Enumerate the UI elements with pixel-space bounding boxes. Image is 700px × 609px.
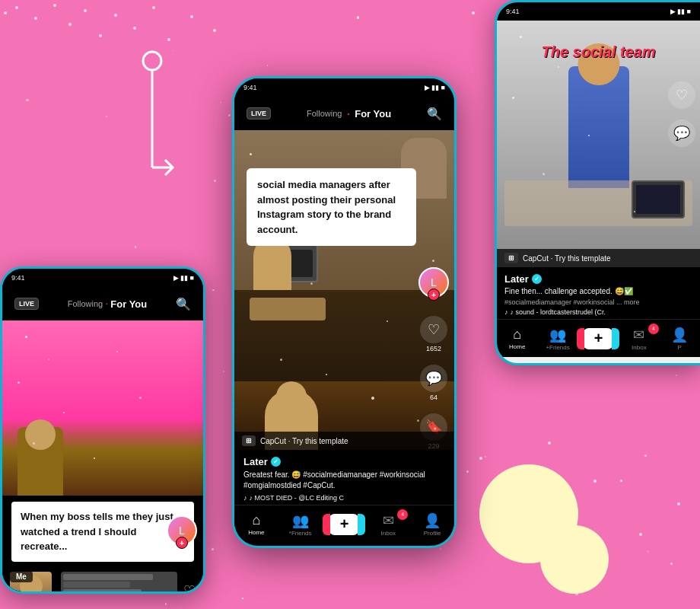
- key-arrow-graphic: [118, 46, 179, 228]
- right-capcut-label: CapCut · Try this template: [523, 254, 611, 263]
- right-video-info: Later ✓ Fine then... challenge accepted.…: [497, 267, 700, 319]
- right-social-team-label: The social team: [541, 43, 655, 60]
- center-friends-icon: 👥: [292, 512, 309, 529]
- left-video-area: [2, 320, 203, 496]
- center-description: Greatest fear. 😅 #socialmediamanager #wo…: [243, 470, 445, 491]
- phone-left: 9:41 ▶ ▮▮ ■ LIVE Following • For You 🔍: [0, 266, 205, 594]
- right-username[interactable]: Later: [504, 273, 529, 285]
- left-foryou-tab[interactable]: For You: [110, 298, 147, 310]
- center-caption-overlay: social media managers after almost posti…: [247, 168, 416, 246]
- left-video-person: [2, 419, 203, 496]
- center-following-tab[interactable]: Following: [307, 109, 342, 118]
- phone-center: 9:41 ▶ ▮▮ ■ LIVE Following • For You 🔍 |…: [232, 76, 457, 548]
- center-username-row: Later ✓: [243, 456, 445, 467]
- center-tab-friends[interactable]: 👥 *Friends: [285, 512, 316, 537]
- center-tabbar: ⌂ Home 👥 *Friends + ✉ 4 Inbox 👤 Profile: [234, 505, 454, 543]
- center-status-icons: ▶ ▮▮ ■: [425, 84, 445, 91]
- right-tab-add[interactable]: +: [583, 328, 613, 349]
- center-nav-tabs: Following • For You: [307, 108, 391, 120]
- right-music-icon: ♪: [504, 308, 508, 316]
- center-music-icon: ♪: [243, 494, 247, 502]
- center-action-buttons: L + ♡ 1652 💬 64 🔖 229 ➤ Share: [418, 267, 450, 450]
- svg-point-0: [143, 52, 161, 70]
- center-avatar-initial: L: [431, 276, 437, 289]
- left-statusbar: 9:41 ▶ ▮▮ ■: [2, 269, 203, 287]
- center-caption-bubble: social media managers after almost posti…: [247, 168, 416, 246]
- center-like-count: 1652: [426, 345, 441, 352]
- right-like-icon: ♡: [668, 81, 695, 109]
- right-inbox-badge: 4: [648, 324, 659, 334]
- center-profile-icon: 👤: [424, 512, 441, 529]
- right-inbox-label: Inbox: [632, 344, 647, 351]
- right-tab-home[interactable]: ⌂ Home: [502, 327, 533, 350]
- center-statusbar: 9:41 ▶ ▮▮ ■: [234, 78, 454, 97]
- right-video-area: The social team ♡: [497, 21, 700, 249]
- center-search-icon[interactable]: 🔍: [427, 107, 442, 121]
- right-friends-label: +Friends: [546, 344, 569, 351]
- center-tab-add[interactable]: +: [329, 514, 359, 535]
- right-sound-row: ♪ ♪ sound - lordtcasterstrudel (Cr.: [504, 308, 692, 316]
- center-tab-home[interactable]: ⌂ Home: [241, 512, 272, 536]
- center-avatar-plus: L +: [418, 267, 449, 298]
- right-laptop: [632, 180, 685, 218]
- right-profile-label: P: [678, 344, 682, 351]
- center-capcut-logo: ⊞: [242, 435, 256, 446]
- center-follow-plus[interactable]: +: [428, 289, 440, 301]
- right-comment-icon: 💬: [668, 120, 695, 147]
- right-inbox-icon: ✉: [633, 327, 644, 343]
- center-like-icon: ♡: [420, 316, 447, 343]
- center-video-info: Later ✓ Greatest fear. 😅 #socialmediaman…: [234, 450, 454, 505]
- right-add-icon[interactable]: +: [583, 328, 613, 349]
- left-me-label: Me: [10, 571, 33, 582]
- center-capcut-banner[interactable]: ⊞ CapCut · Try this template: [234, 432, 454, 450]
- right-status-icons: ▶ ▮▮ ■: [670, 8, 691, 15]
- center-comment-icon: 💬: [420, 365, 447, 392]
- center-inbox-icon: ✉: [383, 512, 394, 529]
- left-live-badge[interactable]: LIVE: [14, 298, 39, 310]
- right-tab-friends[interactable]: 👥 +Friends: [542, 327, 573, 351]
- center-verified-badge: ✓: [271, 457, 281, 467]
- right-tab-profile[interactable]: 👤 P: [664, 327, 695, 351]
- center-home-label: Home: [248, 529, 264, 536]
- center-tab-inbox[interactable]: ✉ 4 Inbox: [373, 512, 403, 537]
- left-search-icon[interactable]: 🔍: [176, 297, 191, 311]
- left-nav-dot: •: [106, 301, 107, 306]
- right-home-icon: ⌂: [513, 327, 521, 343]
- left-follow-plus[interactable]: +: [176, 537, 188, 549]
- right-tab-inbox[interactable]: ✉ 4 Inbox: [624, 327, 654, 351]
- center-foryou-tab[interactable]: For You: [355, 108, 391, 120]
- right-action-buttons: ♡ 💬: [668, 81, 695, 147]
- right-capcut-banner[interactable]: ⊞ CapCut · Try this template: [497, 249, 700, 267]
- center-live-badge[interactable]: LIVE: [247, 107, 271, 120]
- left-following-tab[interactable]: Following: [68, 299, 103, 308]
- center-comment-count: 64: [430, 394, 438, 401]
- center-inbox-badge: 4: [397, 509, 408, 520]
- right-tabbar: ⌂ Home 👥 +Friends + ✉ 4 Inbox 👤 P: [497, 319, 700, 357]
- left-bottom-area: Me ♡: [2, 568, 203, 595]
- left-nav-tabs: Following • For You: [68, 298, 147, 310]
- phone-right: 9:41 ▶ ▮▮ ■ The social team: [495, 0, 700, 365]
- right-hashtags: #socialmediamanager #workinsocial ... mo…: [504, 298, 692, 306]
- center-add-icon[interactable]: +: [329, 514, 359, 535]
- center-time: 9:41: [243, 84, 257, 91]
- left-more-thumbnails: [61, 572, 177, 595]
- right-friends-icon: 👥: [549, 327, 566, 343]
- center-caption-text: social media managers after almost posti…: [257, 179, 396, 235]
- center-like-button[interactable]: ♡ 1652: [420, 316, 447, 352]
- center-tab-profile[interactable]: 👤 Profile: [417, 512, 447, 537]
- center-username[interactable]: Later: [243, 456, 268, 467]
- right-statusbar: 9:41 ▶ ▮▮ ■: [497, 2, 700, 21]
- right-like-button[interactable]: ♡: [668, 81, 695, 109]
- center-capcut-label: CapCut · Try this template: [260, 437, 348, 445]
- right-time: 9:41: [506, 8, 520, 15]
- left-caption-text: When my boss tells me they just watched …: [21, 511, 173, 552]
- center-home-icon: ⌂: [252, 512, 260, 528]
- center-inbox-label: Inbox: [380, 530, 396, 537]
- right-comment-button[interactable]: 💬: [668, 120, 695, 147]
- center-video-area: |||: [234, 130, 454, 450]
- right-home-label: Home: [509, 343, 525, 350]
- center-sound-row: ♪ ♪ MOST DIED - @LC Editing C: [243, 494, 445, 502]
- left-navbar: LIVE Following • For You 🔍: [2, 287, 203, 320]
- right-social-team-text: The social team: [501, 43, 696, 61]
- center-comment-button[interactable]: 💬 64: [420, 365, 447, 401]
